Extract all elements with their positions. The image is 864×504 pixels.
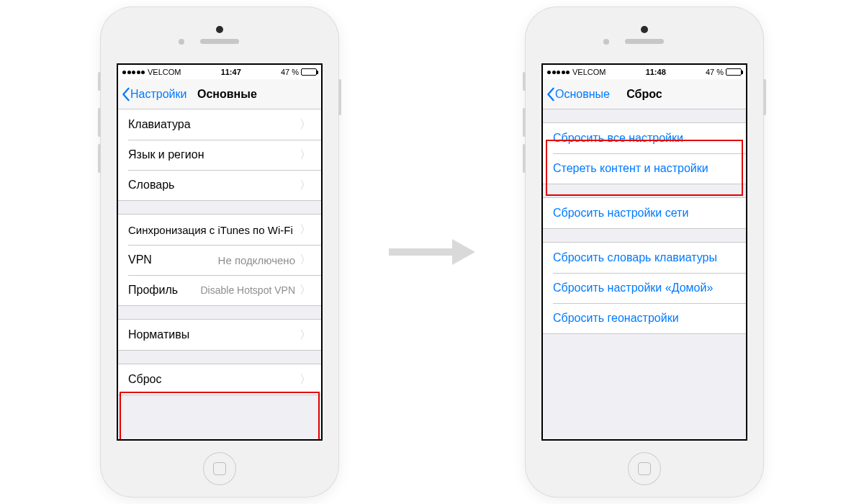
row-dictionary[interactable]: Словарь 〉 <box>118 170 321 200</box>
chevron-left-icon <box>546 87 555 102</box>
earpiece-icon <box>625 39 664 44</box>
row-vpn[interactable]: VPN Не подключено 〉 <box>118 245 321 275</box>
row-profile[interactable]: Профиль Disable Hotspot VPN 〉 <box>118 275 321 305</box>
battery-icon <box>726 68 742 76</box>
settings-group: Сбросить все настройки Стереть контент и… <box>543 122 746 184</box>
volume-down-button <box>523 144 526 173</box>
settings-content: Клавиатура 〉 Язык и регион 〉 Словарь 〉 С… <box>118 109 321 439</box>
back-button[interactable]: Основные <box>543 87 610 102</box>
screen-left: VELCOM 11:47 47 % Настройки Основные Кла… <box>117 63 323 441</box>
nav-bar: Настройки Основные <box>118 79 321 109</box>
signal-strength-icon <box>122 71 145 74</box>
chevron-right-icon: 〉 <box>300 178 311 193</box>
power-button <box>338 79 341 115</box>
row-reset-network[interactable]: Сбросить настройки сети <box>543 198 746 228</box>
sensor-icon <box>603 39 609 45</box>
clock: 11:47 <box>221 68 241 76</box>
chevron-right-icon: 〉 <box>300 222 311 238</box>
carrier-label: VELCOM <box>572 68 606 76</box>
reset-content: Сбросить все настройки Стереть контент и… <box>543 109 746 439</box>
row-regulatory[interactable]: Нормативы 〉 <box>118 320 321 350</box>
row-reset-keyboard-dictionary[interactable]: Сбросить словарь клавиатуры <box>543 243 746 273</box>
status-bar: VELCOM 11:48 47 % <box>543 65 746 79</box>
row-itunes-wifi-sync[interactable]: Синхронизация с iTunes по Wi-Fi 〉 <box>118 215 321 245</box>
mute-switch <box>523 72 526 91</box>
settings-group: Сброс 〉 <box>118 364 321 395</box>
row-reset-home-layout[interactable]: Сбросить настройки «Домой» <box>543 273 746 303</box>
nav-bar: Основные Сброс <box>543 79 746 109</box>
phone-left: VELCOM 11:47 47 % Настройки Основные Кла… <box>101 7 338 497</box>
back-button[interactable]: Настройки <box>118 87 186 102</box>
phone-right: VELCOM 11:48 47 % Основные Сброс Сбросит… <box>526 7 763 497</box>
battery-icon <box>301 68 317 76</box>
chevron-right-icon: 〉 <box>300 148 311 163</box>
settings-group: Клавиатура 〉 Язык и регион 〉 Словарь 〉 <box>118 109 321 201</box>
row-reset[interactable]: Сброс 〉 <box>118 364 321 395</box>
chevron-right-icon: 〉 <box>300 328 311 343</box>
chevron-right-icon: 〉 <box>300 283 311 298</box>
highlight-reset <box>120 392 320 439</box>
earpiece-icon <box>200 39 239 44</box>
power-button <box>763 79 766 115</box>
settings-group: Сбросить настройки сети <box>543 197 746 229</box>
sensor-icon <box>179 39 184 45</box>
volume-up-button <box>523 108 526 137</box>
back-label: Основные <box>555 88 610 101</box>
row-language-region[interactable]: Язык и регион 〉 <box>118 140 321 170</box>
back-label: Настройки <box>130 88 186 101</box>
volume-up-button <box>98 108 101 137</box>
chevron-right-icon: 〉 <box>300 117 311 132</box>
svg-rect-0 <box>389 248 454 256</box>
mute-switch <box>98 72 101 91</box>
settings-group: Синхронизация с iTunes по Wi-Fi 〉 VPN Не… <box>118 214 321 306</box>
clock: 11:48 <box>646 68 666 76</box>
chevron-left-icon <box>121 87 130 102</box>
volume-down-button <box>98 144 101 173</box>
status-bar: VELCOM 11:47 47 % <box>118 65 321 79</box>
battery-percentage: 47 % <box>281 68 299 76</box>
chevron-right-icon: 〉 <box>300 253 311 268</box>
settings-group: Сбросить словарь клавиатуры Сбросить нас… <box>543 242 746 334</box>
home-button[interactable] <box>203 452 236 485</box>
front-camera-icon <box>216 26 223 33</box>
row-keyboard[interactable]: Клавиатура 〉 <box>118 109 321 140</box>
row-reset-location[interactable]: Сбросить геонастройки <box>543 303 746 333</box>
settings-group: Нормативы 〉 <box>118 319 321 351</box>
signal-strength-icon <box>547 71 570 74</box>
front-camera-icon <box>641 26 648 33</box>
row-reset-all-settings[interactable]: Сбросить все настройки <box>543 123 746 153</box>
carrier-label: VELCOM <box>148 68 181 76</box>
screen-right: VELCOM 11:48 47 % Основные Сброс Сбросит… <box>541 63 747 441</box>
chevron-right-icon: 〉 <box>300 372 311 387</box>
arrow-right-icon <box>389 239 475 265</box>
battery-percentage: 47 % <box>706 68 724 76</box>
row-erase-all-content[interactable]: Стереть контент и настройки <box>543 153 746 184</box>
home-button[interactable] <box>628 452 661 485</box>
